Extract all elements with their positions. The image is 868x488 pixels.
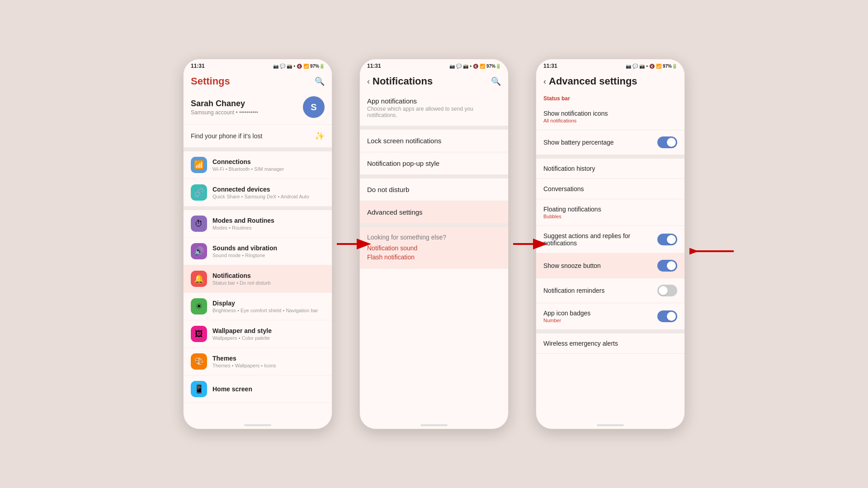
adv-divider-2	[536, 330, 684, 333]
page-title-1: Settings	[191, 75, 230, 87]
wallpaper-item[interactable]: 🖼 Wallpaper and style Wallpapers • Color…	[184, 320, 332, 348]
show-snooze-toggle[interactable]	[657, 260, 677, 272]
show-notif-icons-title: Show notification icons	[543, 110, 608, 117]
advanced-settings-item[interactable]: Advanced settings	[360, 201, 508, 224]
notif-reminders-toggle[interactable]	[657, 285, 677, 296]
notif-reminders-item[interactable]: Notification reminders	[536, 278, 684, 303]
popup-style-title: Notification pop-up style	[367, 160, 501, 167]
sparkle-icon: ✨	[315, 131, 325, 141]
scroll-indicator-1	[244, 424, 271, 426]
do-not-disturb-item[interactable]: Do not disturb	[360, 178, 508, 201]
wireless-emergency-title: Wireless emergency alerts	[543, 340, 618, 347]
show-notif-icons-sub: All notifications	[543, 118, 608, 123]
time-3: 11:31	[543, 63, 557, 69]
wireless-emergency-item[interactable]: Wireless emergency alerts	[536, 333, 684, 354]
flash-notification-link[interactable]: Flash notification	[367, 253, 501, 261]
connected-devices-title: Connected devices	[212, 186, 309, 193]
notifications-icon: 🔔	[191, 271, 207, 287]
wallpaper-sub: Wallpapers • Color palette	[212, 335, 272, 341]
floating-notif-item[interactable]: Floating notifications Bubbles	[536, 199, 684, 226]
show-notif-icons-item[interactable]: Show notification icons All notification…	[536, 103, 684, 130]
back-button-3[interactable]: ‹	[543, 77, 546, 86]
connections-title: Connections	[212, 158, 284, 165]
display-item[interactable]: ☀ Display Brightness • Eye comfort shiel…	[184, 293, 332, 320]
notifications-item[interactable]: 🔔 Notifications Status bar • Do not dist…	[184, 265, 332, 293]
scroll-indicator-2	[420, 424, 448, 426]
time-1: 11:31	[191, 63, 205, 69]
divider-notif-2	[360, 175, 508, 178]
status-icons-2: 📷 💬 📸 • 🔇 📶 97%🔋	[449, 64, 501, 69]
adv-divider-1	[536, 155, 684, 159]
search-icon-2[interactable]: 🔍	[491, 76, 501, 86]
home-title: Home screen	[212, 385, 252, 393]
profile-sub: Samsung account • ••••••••••	[191, 109, 258, 116]
connections-icon: 📶	[191, 157, 207, 173]
app-icon-badges-item[interactable]: App icon badges Number	[536, 303, 684, 330]
search-icon-1[interactable]: 🔍	[315, 76, 325, 86]
divider-1	[184, 148, 332, 151]
wallpaper-title: Wallpaper and style	[212, 327, 272, 334]
phone1: 11:31 📷 💬 📸 • 🔇 📶 97%🔋 Settings 🔍 Sarah …	[183, 59, 332, 429]
lock-screen-item[interactable]: Lock screen notifications	[360, 130, 508, 152]
header-3: ‹ Advanced settings	[536, 71, 684, 90]
connections-item[interactable]: 📶 Connections Wi-Fi • Bluetooth • SIM ma…	[184, 151, 332, 179]
arrow3	[689, 244, 735, 258]
app-notifications-item[interactable]: App notifications Choose which apps are …	[360, 90, 508, 126]
page-title-3: Advanced settings	[549, 75, 637, 87]
app-notif-sub: Choose which apps are allowed to send yo…	[367, 106, 501, 118]
modes-routines-item[interactable]: ⏱ Modes and Routines Modes • Routines	[184, 210, 332, 238]
themes-sub: Themes • Wallpapers • Icons	[212, 363, 276, 368]
status-bar-section-label: Status bar	[536, 90, 684, 103]
divider-notif-3	[360, 224, 508, 227]
connections-sub: Wi-Fi • Bluetooth • SIM manager	[212, 166, 284, 172]
suggest-actions-item[interactable]: Suggest actions and replies for notifica…	[536, 226, 684, 253]
notif-history-item[interactable]: Notification history	[536, 159, 684, 179]
show-snooze-title: Show snooze button	[543, 262, 601, 269]
settings-list-3: Status bar Show notification icons All n…	[536, 90, 684, 422]
connected-devices-item[interactable]: 🔗 Connected devices Quick Share • Samsun…	[184, 179, 332, 206]
modes-routines-sub: Modes • Routines	[212, 225, 274, 230]
popup-style-item[interactable]: Notification pop-up style	[360, 152, 508, 175]
app-icon-badges-sub: Number	[543, 318, 590, 323]
time-2: 11:31	[367, 63, 381, 69]
avatar: S	[303, 96, 325, 118]
modes-routines-icon: ⏱	[191, 216, 207, 232]
settings-list-1: Sarah Chaney Samsung account • •••••••••…	[184, 90, 332, 422]
show-battery-item[interactable]: Show battery percentage	[536, 130, 684, 155]
themes-item[interactable]: 🎨 Themes Themes • Wallpapers • Icons	[184, 348, 332, 375]
floating-notif-title: Floating notifications	[543, 206, 601, 213]
notifications-sub: Status bar • Do not disturb	[212, 280, 271, 286]
notif-history-title: Notification history	[543, 165, 595, 172]
show-battery-toggle[interactable]	[657, 136, 677, 148]
arrow1	[337, 237, 373, 251]
suggest-actions-toggle[interactable]	[657, 234, 677, 245]
show-battery-title: Show battery percentage	[543, 139, 614, 146]
floating-notif-sub: Bubbles	[543, 214, 601, 219]
sounds-icon: 🔊	[191, 243, 207, 259]
back-button-2[interactable]: ‹	[367, 77, 370, 86]
phone1-wrapper: 11:31 📷 💬 📸 • 🔇 📶 97%🔋 Settings 🔍 Sarah …	[183, 59, 332, 429]
status-icons-3: 📷 💬 📸 • 🔇 📶 97%🔋	[626, 64, 677, 69]
arrow2	[513, 237, 549, 251]
dnd-title: Do not disturb	[367, 186, 501, 193]
home-icon: 📱	[191, 381, 207, 397]
header-2: ‹ Notifications 🔍	[360, 71, 508, 90]
status-icons-1: 📷 💬 📸 • 🔇 📶 97%🔋	[273, 64, 325, 69]
conversations-title: Conversations	[543, 185, 584, 192]
wallpaper-icon: 🖼	[191, 326, 207, 342]
status-bar-3: 11:31 📷 💬 📸 • 🔇 📶 97%🔋	[536, 59, 684, 71]
notification-sound-link[interactable]: Notification sound	[367, 244, 501, 252]
profile-section[interactable]: Sarah Chaney Samsung account • •••••••••…	[184, 90, 332, 125]
header-1: Settings 🔍	[184, 71, 332, 90]
conversations-item[interactable]: Conversations	[536, 179, 684, 199]
sounds-title: Sounds and vibration	[212, 244, 277, 252]
home-screen-item[interactable]: 📱 Home screen	[184, 375, 332, 403]
sounds-vibration-item[interactable]: 🔊 Sounds and vibration Sound mode • Ring…	[184, 238, 332, 265]
looking-title: Looking for something else?	[367, 234, 501, 241]
phone2-wrapper: 11:31 📷 💬 📸 • 🔇 📶 97%🔋 ‹ Notifications 🔍	[359, 59, 509, 429]
status-bar-2: 11:31 📷 💬 📸 • 🔇 📶 97%🔋	[360, 59, 508, 71]
app-icon-badges-toggle[interactable]	[657, 310, 677, 322]
display-icon: ☀	[191, 298, 207, 314]
find-phone-banner[interactable]: Find your phone if it's lost ✨	[184, 125, 332, 148]
show-snooze-item[interactable]: Show snooze button	[536, 253, 684, 278]
